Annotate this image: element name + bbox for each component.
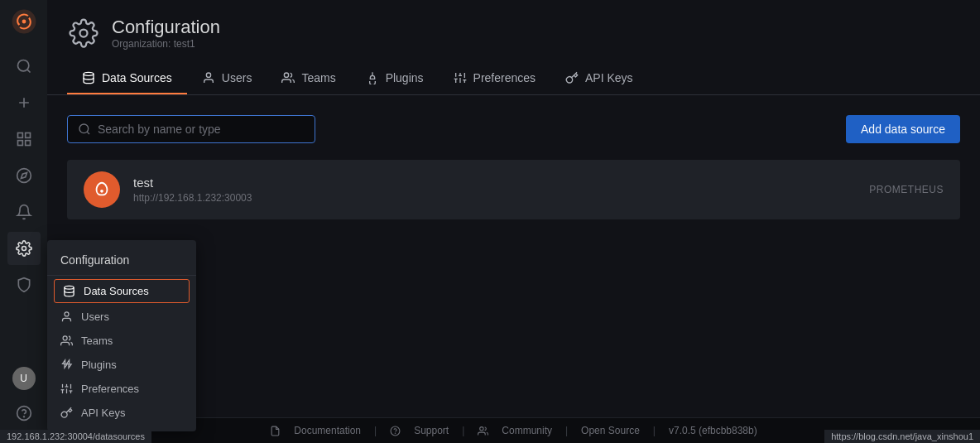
tab-users[interactable]: Users <box>187 63 267 94</box>
add-datasource-button[interactable]: Add data source <box>846 115 960 143</box>
tab-plug-icon <box>366 71 379 84</box>
svg-point-40 <box>480 426 483 430</box>
search-icon <box>78 123 91 136</box>
svg-rect-3 <box>17 133 22 138</box>
tab-datasources[interactable]: Data Sources <box>67 63 187 94</box>
flyout-menu: Configuration Data Sources Users Teams P… <box>47 240 196 431</box>
grafana-logo[interactable] <box>9 7 39 36</box>
svg-point-12 <box>65 286 74 289</box>
toolbar: Add data source <box>67 115 960 143</box>
datasource-item[interactable]: test http://192.168.1.232:30003 PROMETHE… <box>67 160 960 219</box>
doc-icon <box>270 426 281 436</box>
footer-support[interactable]: Support <box>414 425 449 436</box>
svg-point-27 <box>285 73 289 77</box>
sidebar-dashboards-btn[interactable] <box>7 123 41 156</box>
svg-rect-4 <box>25 133 30 138</box>
svg-point-1 <box>22 20 26 24</box>
tab-teams-icon <box>281 71 295 84</box>
sliders-icon <box>60 383 73 395</box>
tab-teams[interactable]: Teams <box>267 63 350 94</box>
svg-point-11 <box>23 417 24 417</box>
svg-point-13 <box>65 312 69 316</box>
tabs-bar: Data Sources Users Teams Plugins Prefere… <box>67 63 960 94</box>
user-icon <box>60 311 73 323</box>
tab-teams-label: Teams <box>301 71 335 84</box>
url-bar: 192.168.1.232:30004/datasources <box>0 430 151 443</box>
search-box[interactable] <box>67 115 315 143</box>
flyout-preferences-label: Preferences <box>81 383 139 395</box>
flyout-apikeys-label: API Keys <box>81 407 125 419</box>
datasource-avatar <box>84 171 120 208</box>
flyout-datasources-label: Data Sources <box>84 285 149 297</box>
svg-rect-6 <box>25 141 30 146</box>
svg-point-24 <box>80 30 88 37</box>
svg-point-14 <box>63 336 67 340</box>
sidebar-configuration-btn[interactable] <box>7 232 41 265</box>
flyout-item-datasources[interactable]: Data Sources <box>54 279 190 303</box>
flyout-item-plugins[interactable]: Plugins <box>47 353 196 377</box>
sidebar-alerting-btn[interactable] <box>7 195 41 229</box>
svg-point-9 <box>22 247 26 251</box>
tab-preferences[interactable]: Preferences <box>439 63 550 94</box>
top-right-url: https://blog.csdn.net/java_xinshou1 <box>824 430 980 443</box>
flyout-item-apikeys[interactable]: API Keys <box>47 401 196 425</box>
key-icon <box>60 407 73 419</box>
flyout-title: Configuration <box>47 247 196 276</box>
tab-apikeys[interactable]: API Keys <box>550 63 648 94</box>
page-subtitle: Organization: test1 <box>112 38 220 50</box>
teams-icon <box>60 335 73 347</box>
sidebar-shield-btn[interactable] <box>7 268 41 301</box>
db-icon <box>63 285 75 297</box>
svg-point-7 <box>17 169 31 183</box>
user-avatar[interactable]: U <box>12 367 36 390</box>
sidebar-add-btn[interactable] <box>7 86 41 119</box>
svg-point-39 <box>395 432 396 433</box>
flyout-item-preferences[interactable]: Preferences <box>47 377 196 401</box>
tab-datasources-label: Data Sources <box>102 71 172 84</box>
flyout-item-users[interactable]: Users <box>47 305 196 329</box>
datasource-info: test http://192.168.1.232:30003 <box>133 176 856 204</box>
sidebar: U <box>0 0 47 443</box>
datasource-type: PROMETHEUS <box>869 184 944 195</box>
datasource-url: http://192.168.1.232:30003 <box>133 192 856 204</box>
tab-db-icon <box>82 71 95 84</box>
svg-point-25 <box>84 73 94 76</box>
sidebar-explore-btn[interactable] <box>7 159 41 192</box>
tab-sliders-icon <box>454 71 467 84</box>
configuration-icon <box>67 17 100 50</box>
tab-preferences-label: Preferences <box>473 71 536 84</box>
prometheus-icon <box>93 181 111 199</box>
datasource-name: test <box>133 176 856 190</box>
tab-plugins-label: Plugins <box>386 71 424 84</box>
community-icon <box>478 426 488 436</box>
tab-apikeys-label: API Keys <box>585 71 633 84</box>
footer-documentation[interactable]: Documentation <box>294 425 361 436</box>
flyout-plugins-label: Plugins <box>81 359 117 371</box>
tab-plugins[interactable]: Plugins <box>351 63 439 94</box>
flyout-item-teams[interactable]: Teams <box>47 329 196 353</box>
footer-version: v7.0.5 (efbcbb838b) <box>669 425 757 436</box>
svg-point-2 <box>17 60 28 71</box>
footer-community[interactable]: Community <box>502 425 552 436</box>
page-header: Configuration Organization: test1 Data S… <box>47 0 980 95</box>
page-title-text: Configuration Organization: test1 <box>112 17 220 50</box>
svg-point-37 <box>79 124 89 133</box>
footer-opensource[interactable]: Open Source <box>581 425 640 436</box>
tab-users-label: Users <box>222 71 252 84</box>
svg-point-26 <box>206 73 210 77</box>
svg-marker-8 <box>21 172 26 178</box>
support-icon <box>390 426 401 436</box>
flyout-users-label: Users <box>81 311 109 323</box>
tab-user-icon <box>202 71 215 84</box>
plug-icon <box>60 359 73 371</box>
tab-key-icon <box>565 71 579 84</box>
page-title-row: Configuration Organization: test1 <box>67 17 960 50</box>
flyout-teams-label: Teams <box>81 335 113 347</box>
page-title: Configuration <box>112 17 220 38</box>
sidebar-help-btn[interactable] <box>7 397 41 430</box>
sidebar-search-btn[interactable] <box>7 50 41 83</box>
svg-rect-5 <box>17 141 22 146</box>
search-input[interactable] <box>98 123 305 136</box>
